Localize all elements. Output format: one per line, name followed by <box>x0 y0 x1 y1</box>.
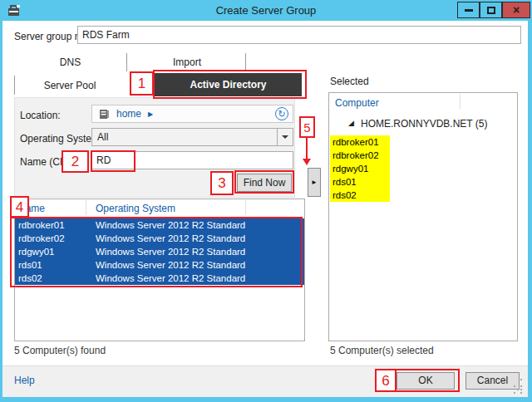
selected-panel-title: Selected <box>330 76 369 87</box>
annotation-1: 1 <box>130 71 154 96</box>
location-breadcrumb[interactable]: home <box>116 108 141 120</box>
column-header-os[interactable]: Operating System <box>96 203 175 214</box>
column-divider <box>245 200 246 215</box>
selected-item[interactable]: rdbroker02 <box>330 149 390 162</box>
annotation-1-highlight <box>153 70 307 99</box>
dropdown-arrow-icon[interactable] <box>277 129 293 145</box>
location-label: Location: <box>20 110 61 121</box>
refresh-icon[interactable]: ↻ <box>275 107 288 120</box>
arrow-right-icon: ► <box>311 179 318 186</box>
annotation-5-arrow <box>306 138 308 159</box>
column-divider <box>460 94 461 109</box>
operating-system-value: All <box>97 131 108 143</box>
tab-dns[interactable]: DNS <box>14 56 126 68</box>
window-title: Create Server Group <box>0 0 532 21</box>
resize-grip[interactable] <box>514 385 515 387</box>
help-link[interactable]: Help <box>14 375 35 386</box>
annotation-2-highlight <box>91 150 135 172</box>
close-icon: × <box>513 3 520 17</box>
selected-status: 5 Computer(s) selected <box>330 345 434 356</box>
annotation-4-highlight <box>10 217 303 287</box>
tab-server-pool[interactable]: Server Pool <box>15 80 125 91</box>
chevron-right-icon[interactable]: ▶ <box>148 110 153 118</box>
annotation-5: 5 <box>299 116 315 138</box>
tree-group-node[interactable]: HOME.RONNYVDB.NET (5) <box>361 118 487 130</box>
tab-divider <box>245 53 246 71</box>
operating-system-dropdown[interactable]: All <box>91 128 293 146</box>
cancel-button[interactable]: Cancel <box>466 372 520 390</box>
create-server-group-dialog: Create Server Group × Server group name … <box>0 0 532 402</box>
close-button[interactable]: × <box>502 2 530 18</box>
server-manager-icon <box>7 3 21 17</box>
tree-expanded-icon[interactable]: ◢ <box>348 119 354 127</box>
server-group-name-input[interactable] <box>77 26 521 44</box>
operating-system-label: Operating System: <box>20 133 102 145</box>
maximize-icon <box>487 7 495 14</box>
selected-item[interactable]: rdgwy01 <box>330 162 390 175</box>
maximize-button[interactable] <box>480 2 502 18</box>
minimize-button[interactable] <box>457 2 480 18</box>
selected-item[interactable]: rdbroker01 <box>330 135 390 149</box>
selected-panel <box>328 92 518 341</box>
add-selected-button[interactable]: ► <box>308 168 321 197</box>
column-header-computer[interactable]: Computer <box>335 97 379 109</box>
selected-item[interactable]: rds01 <box>330 175 390 189</box>
tab-divider <box>126 53 127 71</box>
annotation-3: 3 <box>210 171 234 195</box>
annotation-4: 4 <box>10 196 29 218</box>
annotation-6: 6 <box>375 369 397 392</box>
servers-icon <box>99 109 110 120</box>
column-divider <box>86 200 86 215</box>
selected-item[interactable]: rds02 <box>330 189 390 202</box>
annotation-5-arrowhead <box>303 159 311 165</box>
minimize-icon <box>465 9 473 12</box>
tab-import[interactable]: Import <box>129 56 245 68</box>
annotation-3-highlight <box>234 170 294 194</box>
location-field[interactable]: home ▶ ↻ <box>91 105 293 123</box>
annotation-2: 2 <box>62 150 89 173</box>
found-status: 5 Computer(s) found <box>14 345 106 356</box>
annotation-6-highlight <box>392 369 460 392</box>
